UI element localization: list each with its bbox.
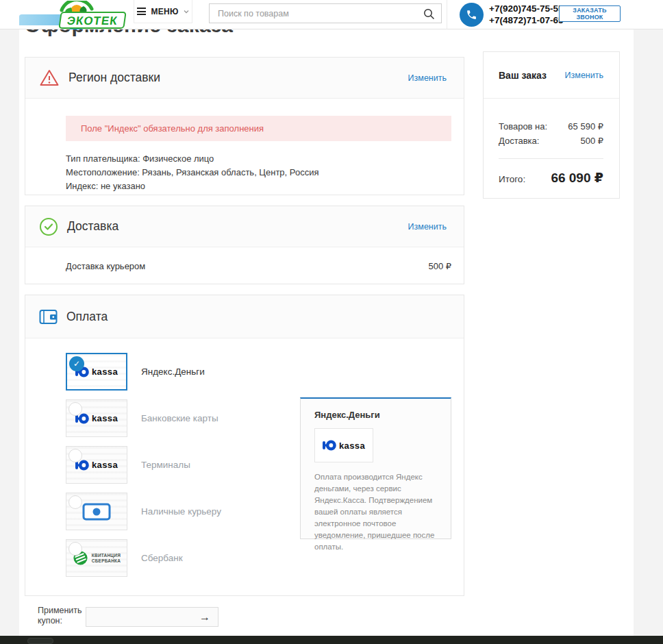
header-divider (447, 0, 447, 29)
search-icon[interactable] (423, 8, 435, 20)
payment-option-yandex-money: ✓ kassa Яндекс.Деньги (66, 353, 464, 391)
order-total-label: Итого: (499, 174, 525, 184)
region-section: Регион доставки Изменить Поле "Индекс" о… (25, 57, 464, 195)
delivery-method-row: Доставка курьером 500 ₽ (25, 247, 464, 284)
order-summary-header: Ваш заказ Изменить (484, 52, 619, 99)
radio-icon (68, 402, 82, 416)
phone-number-2[interactable]: +7(4872)71-07-65 (489, 14, 563, 26)
payment-section: Оплата ✓ kassa Яндекс.Деньги kassa (25, 295, 464, 596)
order-delivery-row: Доставка: 500 ₽ (499, 136, 603, 146)
order-delivery-label: Доставка: (499, 136, 539, 146)
delivery-section: Доставка Изменить Доставка курьером 500 … (25, 206, 464, 284)
yookassa-logo: kassa (323, 438, 365, 452)
payment-section-title: Оплата (66, 310, 108, 324)
warning-icon (39, 69, 60, 87)
delivery-section-title: Доставка (67, 219, 118, 234)
search-box (209, 3, 442, 23)
region-edit-link[interactable]: Изменить (408, 73, 447, 83)
order-summary: Ваш заказ Изменить Товаров на: 65 590 ₽ … (483, 51, 620, 199)
menu-button-label: МЕНЮ (151, 7, 178, 16)
ekotek-logo[interactable]: ЭКОТЕК (19, 1, 129, 32)
radio-icon (68, 449, 82, 462)
region-section-header: Регион доставки Изменить (25, 58, 464, 99)
region-payer-type: Тип плательщика: Физическое лицо (66, 152, 451, 166)
delivery-section-header: Доставка Изменить (25, 206, 464, 247)
yookassa-logo: kassa (75, 458, 118, 472)
phone-icon[interactable] (460, 3, 484, 27)
hamburger-icon (137, 8, 146, 15)
payment-tile-bank-cards[interactable]: kassa (66, 399, 127, 437)
callback-button[interactable]: ЗАКАЗАТЬ ЗВОНОК (559, 5, 621, 22)
footer-bar (0, 636, 663, 644)
footer-widget (27, 638, 53, 644)
payment-tile-sberbank[interactable]: КВИТАНЦИЯ СБЕРБАНКА (66, 539, 127, 577)
phone-number-1[interactable]: +7(920)745-75-55 (489, 3, 563, 14)
order-summary-title: Ваш заказ (499, 70, 547, 81)
order-summary-rows: Товаров на: 65 590 ₽ Доставка: 500 ₽ (484, 99, 619, 146)
radio-checked-icon: ✓ (69, 356, 84, 371)
payment-label[interactable]: Терминалы (141, 460, 190, 470)
radio-icon (68, 542, 82, 556)
yookassa-logo: kassa (75, 412, 118, 425)
order-delivery-value: 500 ₽ (580, 136, 603, 146)
order-items-label: Товаров на: (499, 121, 547, 132)
payment-detail-panel: Яндекс.Деньги kassa Оплата производится … (300, 397, 451, 539)
payment-section-header: Оплата (25, 295, 464, 338)
radio-icon (68, 495, 82, 509)
payment-label[interactable]: Яндекс.Деньги (141, 367, 205, 377)
search-input[interactable] (210, 4, 441, 23)
payment-detail-title: Яндекс.Деньги (314, 410, 437, 420)
order-total-row: Итого: 66 090 ₽ (484, 159, 619, 186)
region-location: Местоположение: Рязань, Рязанская област… (66, 166, 451, 179)
menu-button[interactable]: МЕНЮ (134, 0, 192, 23)
region-error-message: Поле "Индекс" обязательно для заполнения (66, 116, 451, 141)
delivery-method-price: 500 ₽ (428, 261, 451, 271)
payment-detail-logo-box: kassa (314, 428, 373, 462)
delivery-edit-link[interactable]: Изменить (408, 222, 447, 232)
coupon-label: Применить купон: (38, 606, 84, 626)
success-check-icon (39, 217, 58, 236)
delivery-method-label: Доставка курьером (66, 261, 145, 271)
payment-label[interactable]: Сбербанк (141, 553, 183, 563)
payment-tile-yandex-money[interactable]: ✓ kassa (66, 353, 127, 391)
order-items-value: 65 590 ₽ (568, 121, 603, 132)
payment-tile-cash[interactable] (66, 493, 127, 530)
payment-label[interactable]: Наличные курьеру (141, 506, 221, 517)
coupon-field: → (86, 607, 218, 627)
region-postcode: Индекс: не указано (66, 179, 451, 193)
arrow-right-icon: → (199, 611, 210, 623)
order-total-value: 66 090 ₽ (551, 170, 603, 186)
phone-numbers: +7(920)745-75-55 +7(4872)71-07-65 (489, 3, 563, 26)
region-section-title: Регион доставки (68, 71, 160, 85)
region-info: Тип плательщика: Физическое лицо Местопо… (66, 152, 451, 193)
payment-tile-terminals[interactable]: kassa (66, 446, 127, 484)
coupon-submit-button[interactable]: → (197, 610, 213, 625)
payment-options: ✓ kassa Яндекс.Деньги kassa Банковские к… (25, 338, 464, 577)
logo-wordmark: ЭКОТЕК (59, 12, 125, 28)
payment-detail-description: Оплата производится Яндекс деньгами, чер… (314, 471, 437, 553)
order-items-row: Товаров на: 65 590 ₽ (499, 121, 603, 132)
chevron-down-icon (184, 9, 189, 14)
cash-icon (82, 503, 111, 521)
payment-label[interactable]: Банковские карты (141, 413, 218, 423)
order-edit-link[interactable]: Изменить (565, 71, 603, 80)
wallet-icon (39, 309, 58, 325)
svg-text:ЭКОТЕК: ЭКОТЕК (66, 14, 118, 27)
